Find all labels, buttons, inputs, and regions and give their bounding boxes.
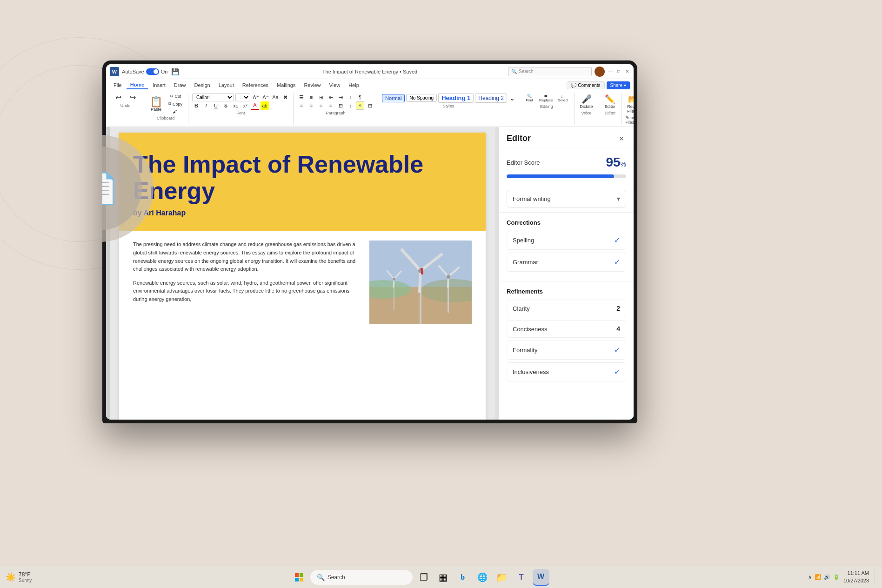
autosave-toggle[interactable] bbox=[146, 68, 159, 75]
clock-widget[interactable]: 11:11 AM 10/27/2023 bbox=[843, 570, 869, 584]
subscript-button[interactable]: x₂ bbox=[231, 101, 240, 110]
minimize-button[interactable]: — bbox=[608, 69, 613, 74]
editor-close-button[interactable]: ✕ bbox=[617, 134, 626, 143]
style-heading2-button[interactable]: Heading 2 bbox=[475, 94, 507, 103]
conciseness-item[interactable]: Conciseness 4 bbox=[507, 320, 626, 338]
close-button[interactable]: ✕ bbox=[624, 69, 630, 74]
format-painter-button[interactable]: 🖌 bbox=[167, 108, 184, 115]
tab-insert[interactable]: Insert bbox=[149, 81, 169, 89]
editor-button[interactable]: ✏️ Editor bbox=[603, 93, 618, 110]
align-left-button[interactable]: ≡ bbox=[297, 101, 306, 110]
find-button[interactable]: 🔍Find bbox=[523, 93, 536, 103]
bold-button[interactable]: B bbox=[192, 101, 200, 110]
show-hide-button[interactable]: ¶ bbox=[356, 93, 364, 101]
tab-review[interactable]: Review bbox=[300, 81, 324, 89]
column-button[interactable]: ⊟ bbox=[336, 101, 345, 110]
clarity-item[interactable]: Clarity 2 bbox=[507, 300, 626, 317]
font-color-button[interactable]: A bbox=[251, 101, 259, 110]
strikethrough-button[interactable]: S̶ bbox=[221, 101, 230, 110]
tab-design[interactable]: Design bbox=[190, 81, 214, 89]
chevron-up-icon[interactable]: ∧ bbox=[808, 574, 812, 580]
comments-button[interactable]: 💬 Comments bbox=[567, 81, 604, 89]
volume-icon[interactable]: 🔊 bbox=[824, 574, 830, 580]
ribbon: File Home Insert Draw Design Layout Refe… bbox=[106, 79, 634, 127]
network-icon[interactable]: 📶 bbox=[815, 574, 821, 580]
font-size-decrease[interactable]: A⁻ bbox=[261, 93, 270, 101]
multilevel-list-button[interactable]: ⊞ bbox=[317, 93, 325, 101]
edge-button[interactable]: 🌐 bbox=[474, 569, 491, 586]
align-right-button[interactable]: ≡ bbox=[317, 101, 325, 110]
save-icon[interactable]: 💾 bbox=[171, 68, 179, 75]
inclusiveness-item[interactable]: Inclusiveness ✓ bbox=[507, 362, 626, 381]
bing-button[interactable]: b bbox=[454, 569, 471, 586]
file-explorer-button[interactable]: 📁 bbox=[494, 569, 510, 586]
replace-button[interactable]: ⇄Replace bbox=[537, 93, 555, 103]
italic-button[interactable]: I bbox=[202, 101, 210, 110]
formality-item[interactable]: Formality ✓ bbox=[507, 341, 626, 360]
sort-button[interactable]: ↕ bbox=[346, 93, 354, 101]
borders-button[interactable]: ⊞ bbox=[366, 101, 374, 110]
cut-button[interactable]: ✂Cut bbox=[167, 93, 184, 100]
show-desktop-button[interactable] bbox=[875, 570, 876, 585]
voice-group-label: Voice bbox=[581, 111, 592, 115]
font-size-increase[interactable]: A⁺ bbox=[252, 93, 260, 101]
style-no-spacing-button[interactable]: No Spacing bbox=[406, 94, 437, 102]
tab-layout[interactable]: Layout bbox=[215, 81, 238, 89]
decrease-indent-button[interactable]: ⇤ bbox=[327, 93, 335, 101]
font-row2: B I U S̶ x₂ x² A ab bbox=[192, 101, 269, 110]
title-search-box[interactable]: 🔍 Search bbox=[508, 67, 592, 76]
share-button[interactable]: Share ▾ bbox=[607, 81, 630, 89]
vertical-scrollbar[interactable] bbox=[495, 127, 499, 420]
maximize-button[interactable]: □ bbox=[616, 69, 621, 74]
redo-button[interactable]: ↪ bbox=[126, 93, 139, 102]
change-case-button[interactable]: Aa bbox=[271, 93, 280, 101]
start-button[interactable] bbox=[291, 569, 307, 586]
doc-paragraph-1: The pressing need to address climate cha… bbox=[133, 241, 360, 273]
tab-view[interactable]: View bbox=[325, 81, 344, 89]
writing-style-dropdown[interactable]: Formal writing ▾ bbox=[507, 190, 626, 207]
select-button[interactable]: ⬚Select bbox=[556, 93, 570, 103]
justify-button[interactable]: ≡ bbox=[327, 101, 335, 110]
align-center-button[interactable]: ≡ bbox=[307, 101, 315, 110]
grammar-item[interactable]: Grammar ✓ bbox=[507, 253, 626, 272]
font-name-select[interactable]: Calibri bbox=[192, 94, 234, 101]
paste-button[interactable]: 📋 Paste bbox=[147, 96, 165, 113]
paragraph-group-label: Paragraph bbox=[326, 111, 346, 115]
tab-references[interactable]: References bbox=[239, 81, 272, 89]
tab-draw[interactable]: Draw bbox=[170, 81, 190, 89]
widgets-button[interactable]: ▦ bbox=[435, 569, 452, 586]
line-spacing-button[interactable]: ↕ bbox=[346, 101, 354, 110]
clock-time: 11:11 AM bbox=[843, 570, 869, 577]
undo-button[interactable]: ↩ bbox=[112, 93, 125, 102]
shading-button[interactable]: A bbox=[356, 101, 364, 110]
copy-button[interactable]: ⧉Copy bbox=[167, 100, 184, 107]
underline-button[interactable]: U bbox=[212, 101, 220, 110]
clear-formatting-button[interactable]: ✖ bbox=[281, 93, 289, 101]
reuse-files-button[interactable]: 📂 Reuse Files bbox=[625, 93, 634, 114]
word-taskbar-button[interactable]: W bbox=[533, 569, 549, 586]
superscript-button[interactable]: x² bbox=[241, 101, 249, 110]
style-normal-button[interactable]: Normal bbox=[382, 94, 405, 102]
clarity-count: 2 bbox=[616, 305, 620, 312]
bullets-button[interactable]: ☰ bbox=[297, 93, 306, 101]
document-header-banner: The Impact of Renewable Energy by Ari Ha… bbox=[119, 133, 486, 231]
tab-home[interactable]: Home bbox=[127, 81, 148, 89]
highlight-button[interactable]: ab bbox=[261, 101, 269, 110]
tab-mailings[interactable]: Mailings bbox=[273, 81, 299, 89]
task-view-button[interactable]: ❐ bbox=[415, 569, 432, 586]
document-scroll[interactable]: The Impact of Renewable Energy by Ari Ha… bbox=[110, 127, 495, 420]
teams-button[interactable]: T bbox=[513, 569, 530, 586]
taskbar-search[interactable]: 🔍 Search bbox=[310, 570, 413, 585]
styles-expand-button[interactable]: ⌄ bbox=[509, 94, 515, 102]
weather-widget: ☀️ 78°F Sunny bbox=[6, 571, 32, 583]
numbering-button[interactable]: ≡ bbox=[307, 93, 315, 101]
battery-icon[interactable]: 🔋 bbox=[833, 574, 840, 580]
style-heading1-button[interactable]: Heading 1 bbox=[438, 93, 474, 103]
user-avatar[interactable] bbox=[595, 67, 605, 77]
tab-help[interactable]: Help bbox=[345, 81, 363, 89]
increase-indent-button[interactable]: ⇥ bbox=[336, 93, 345, 101]
tab-file[interactable]: File bbox=[110, 81, 126, 89]
dictate-button[interactable]: 🎤 Dictate bbox=[578, 93, 595, 110]
font-size-select[interactable]: 11 bbox=[235, 94, 250, 101]
spelling-item[interactable]: Spelling ✓ bbox=[507, 231, 626, 250]
